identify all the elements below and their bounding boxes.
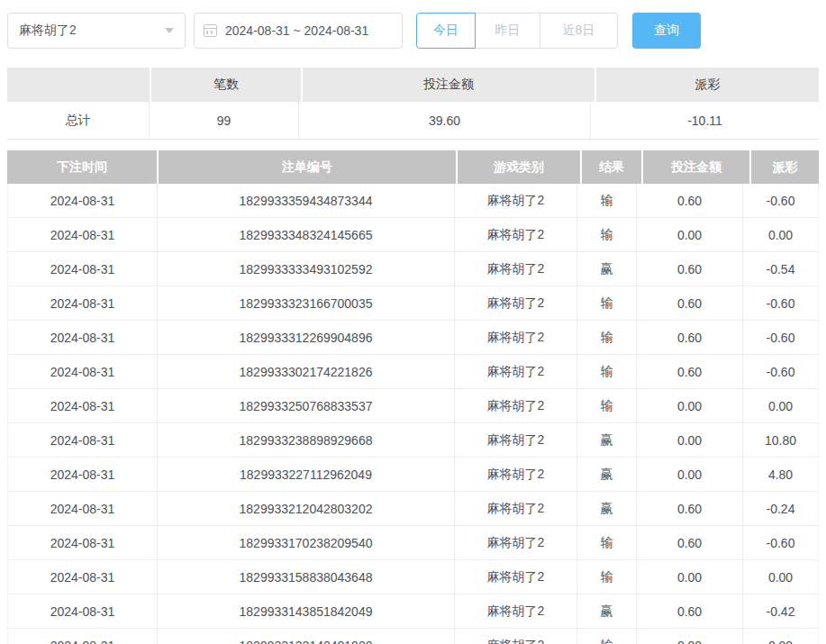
payout-cell: -0.60 bbox=[743, 321, 818, 354]
bet-id-cell: 1829933333493102592 bbox=[158, 252, 455, 286]
bet-id-cell: 1829933238898929668 bbox=[158, 423, 455, 457]
result-cell: 赢 bbox=[577, 423, 637, 457]
result-cell: 输 bbox=[577, 355, 637, 388]
game-type-cell: 麻将胡了2 bbox=[455, 492, 577, 525]
table-row: 2024-08-31 1829933132142401920 麻将胡了2 输 0… bbox=[8, 629, 818, 644]
table-row: 2024-08-31 1829933250768833537 麻将胡了2 输 0… bbox=[8, 389, 818, 423]
bet-id-cell: 1829933158838043648 bbox=[158, 560, 455, 594]
game-type-cell: 麻将胡了2 bbox=[455, 423, 577, 457]
quick-date-button-group: 今日 昨日 近8日 bbox=[416, 13, 618, 49]
yesterday-button[interactable]: 昨日 bbox=[475, 13, 540, 49]
bet-amount-cell: 0.00 bbox=[637, 560, 743, 594]
bet-id-cell: 1829933250768833537 bbox=[158, 389, 455, 422]
game-type-cell: 麻将胡了2 bbox=[455, 594, 577, 628]
game-type-cell: 麻将胡了2 bbox=[455, 321, 577, 354]
payout-cell: 0.00 bbox=[743, 560, 818, 594]
bet-amount-cell: 0.00 bbox=[637, 218, 743, 251]
result-cell: 输 bbox=[577, 286, 637, 320]
game-select[interactable]: 麻将胡了2 bbox=[7, 13, 186, 49]
game-type-cell: 麻将胡了2 bbox=[455, 218, 577, 251]
summary-total-bet-amount: 39.60 bbox=[299, 102, 591, 139]
result-cell: 输 bbox=[577, 629, 637, 644]
payout-cell: -0.60 bbox=[743, 184, 818, 217]
date-range-picker[interactable]: 2024-08-31 ~ 2024-08-31 bbox=[194, 13, 403, 49]
records-header-payout: 派彩 bbox=[751, 150, 819, 184]
calendar-icon bbox=[204, 24, 217, 37]
bet-date-cell: 2024-08-31 bbox=[8, 286, 158, 320]
result-cell: 输 bbox=[577, 218, 637, 251]
table-row: 2024-08-31 1829933323166700035 麻将胡了2 输 0… bbox=[8, 286, 818, 321]
payout-cell: -0.24 bbox=[743, 492, 818, 525]
summary-total-label: 总计 bbox=[7, 102, 150, 139]
bet-id-cell: 1829933143851842049 bbox=[158, 594, 455, 628]
records-header-result: 结果 bbox=[582, 150, 641, 184]
records-table: 下注时间 注单编号 游戏类别 结果 投注金额 派彩 2024-08-31 182… bbox=[7, 150, 819, 644]
records-header-bet-time: 下注时间 bbox=[7, 150, 157, 184]
bet-id-cell: 1829933312269904896 bbox=[158, 321, 455, 354]
bet-amount-cell: 0.60 bbox=[637, 355, 743, 388]
game-type-cell: 麻将胡了2 bbox=[455, 286, 577, 320]
table-row: 2024-08-31 1829933302174221826 麻将胡了2 输 0… bbox=[8, 355, 818, 389]
result-cell: 赢 bbox=[577, 252, 637, 286]
result-cell: 输 bbox=[577, 321, 637, 354]
bet-id-cell: 1829933323166700035 bbox=[158, 286, 455, 320]
today-button[interactable]: 今日 bbox=[416, 13, 476, 49]
result-cell: 输 bbox=[577, 560, 637, 594]
bet-date-cell: 2024-08-31 bbox=[8, 526, 158, 559]
table-row: 2024-08-31 1829933212042803202 麻将胡了2 赢 0… bbox=[8, 492, 818, 526]
payout-cell: 10.80 bbox=[743, 423, 818, 457]
bet-id-cell: 1829933302174221826 bbox=[158, 355, 455, 388]
table-row: 2024-08-31 1829933158838043648 麻将胡了2 输 0… bbox=[8, 560, 818, 594]
bet-date-cell: 2024-08-31 bbox=[8, 560, 158, 594]
result-cell: 赢 bbox=[577, 594, 637, 628]
last-8-days-button[interactable]: 近8日 bbox=[540, 13, 618, 49]
bet-date-cell: 2024-08-31 bbox=[8, 184, 158, 217]
bet-amount-cell: 0.00 bbox=[637, 423, 743, 457]
summary-header-row: 笔数 投注金额 派彩 bbox=[7, 68, 819, 102]
records-header-bet-amount: 投注金额 bbox=[643, 150, 749, 184]
bet-amount-cell: 0.60 bbox=[637, 286, 743, 320]
bet-amount-cell: 0.00 bbox=[637, 629, 743, 644]
bet-amount-cell: 0.60 bbox=[637, 492, 743, 525]
records-header-game-type: 游戏类别 bbox=[458, 150, 580, 184]
bet-amount-cell: 0.60 bbox=[637, 184, 743, 217]
bet-date-cell: 2024-08-31 bbox=[8, 355, 158, 388]
table-row: 2024-08-31 1829933143851842049 麻将胡了2 赢 0… bbox=[8, 594, 818, 629]
table-row: 2024-08-31 1829933170238209540 麻将胡了2 输 0… bbox=[8, 526, 818, 560]
summary-total-count: 99 bbox=[150, 102, 299, 139]
bet-date-cell: 2024-08-31 bbox=[8, 423, 158, 457]
bet-date-cell: 2024-08-31 bbox=[8, 492, 158, 525]
summary-table: 笔数 投注金额 派彩 总计 99 39.60 -10.11 bbox=[7, 68, 819, 140]
bet-date-cell: 2024-08-31 bbox=[8, 321, 158, 354]
payout-cell: 0.00 bbox=[743, 629, 818, 644]
bet-id-cell: 1829933227112962049 bbox=[158, 458, 455, 491]
chevron-down-icon bbox=[165, 28, 174, 33]
bet-amount-cell: 0.00 bbox=[637, 389, 743, 422]
summary-total-row: 总计 99 39.60 -10.11 bbox=[7, 102, 819, 140]
result-cell: 赢 bbox=[577, 492, 637, 525]
game-type-cell: 麻将胡了2 bbox=[455, 252, 577, 286]
payout-cell: -0.42 bbox=[743, 594, 818, 628]
bet-amount-cell: 0.60 bbox=[637, 594, 743, 628]
summary-header-blank bbox=[7, 68, 150, 102]
game-type-cell: 麻将胡了2 bbox=[455, 629, 577, 644]
bet-date-cell: 2024-08-31 bbox=[8, 218, 158, 251]
game-select-value: 麻将胡了2 bbox=[19, 23, 77, 39]
bet-date-cell: 2024-08-31 bbox=[8, 594, 158, 628]
table-row: 2024-08-31 1829933238898929668 麻将胡了2 赢 0… bbox=[8, 423, 818, 458]
payout-cell: -0.60 bbox=[743, 355, 818, 388]
bet-date-cell: 2024-08-31 bbox=[8, 629, 158, 644]
result-cell: 输 bbox=[577, 389, 637, 422]
game-type-cell: 麻将胡了2 bbox=[455, 560, 577, 594]
result-cell: 赢 bbox=[577, 458, 637, 491]
query-button[interactable]: 查询 bbox=[632, 13, 701, 49]
bet-id-cell: 1829933132142401920 bbox=[158, 629, 455, 644]
table-row: 2024-08-31 1829933359434873344 麻将胡了2 输 0… bbox=[8, 184, 818, 218]
result-cell: 输 bbox=[577, 184, 637, 217]
table-row: 2024-08-31 1829933227112962049 麻将胡了2 赢 0… bbox=[8, 458, 818, 492]
bet-id-cell: 1829933212042803202 bbox=[158, 492, 455, 525]
result-cell: 输 bbox=[577, 526, 637, 559]
payout-cell: -0.60 bbox=[743, 526, 818, 559]
game-type-cell: 麻将胡了2 bbox=[455, 526, 577, 559]
records-header-bet-id: 注单编号 bbox=[159, 150, 456, 184]
